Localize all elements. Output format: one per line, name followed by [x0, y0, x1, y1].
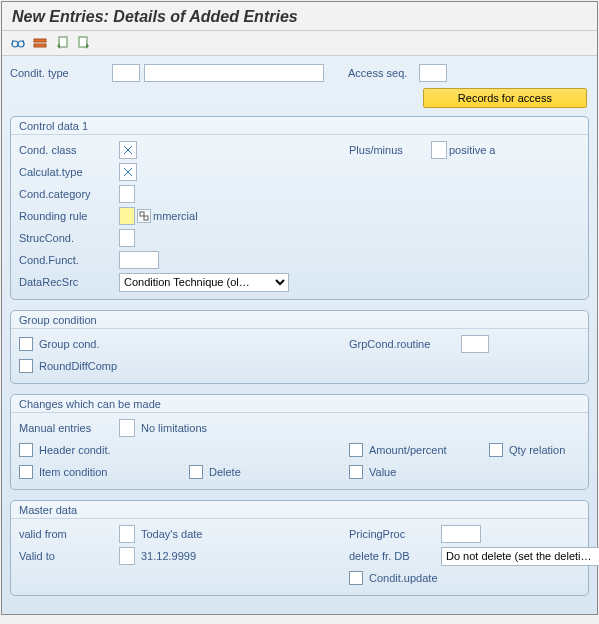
plus-minus-label: Plus/minus: [349, 144, 429, 156]
valid-from-input[interactable]: [119, 525, 135, 543]
round-diff-comp-checkbox[interactable]: [19, 359, 33, 373]
header-condit-checkbox[interactable]: [19, 443, 33, 457]
plus-minus-input[interactable]: [431, 141, 447, 159]
value-label: Value: [369, 466, 396, 478]
cond-category-input[interactable]: [119, 185, 135, 203]
title-bar: New Entries: Details of Added Entries: [2, 2, 597, 31]
header-condit-label: Header condit.: [39, 444, 111, 456]
svg-rect-7: [144, 216, 148, 220]
struccond-label: StrucCond.: [19, 232, 117, 244]
rounding-rule-label: Rounding rule: [19, 210, 117, 222]
rounding-rule-text: mmercial: [153, 210, 198, 222]
valid-from-label: valid from: [19, 528, 117, 540]
group-cond-label: Group cond.: [39, 338, 100, 350]
access-seq-label: Access seq.: [348, 67, 407, 79]
item-condition-checkbox[interactable]: [19, 465, 33, 479]
valid-to-text: 31.12.9999: [141, 550, 196, 562]
previous-entry-icon[interactable]: [54, 35, 70, 51]
amount-percent-checkbox[interactable]: [349, 443, 363, 457]
calculat-type-label: Calculat.type: [19, 166, 117, 178]
delete-fr-db-label: delete fr. DB: [349, 550, 439, 562]
qty-relation-label: Qty relation: [509, 444, 565, 456]
group-cond-checkbox[interactable]: [19, 337, 33, 351]
control-data-1-title: Control data 1: [11, 117, 588, 135]
no-limitations-text: No limitations: [141, 422, 207, 434]
cond-funct-input[interactable]: [119, 251, 159, 269]
cond-class-label: Cond. class: [19, 144, 117, 156]
cond-class-input[interactable]: [119, 141, 137, 159]
records-for-access-button[interactable]: Records for access: [423, 88, 587, 108]
value-checkbox[interactable]: [349, 465, 363, 479]
search-help-icon[interactable]: [137, 209, 151, 223]
condit-type-desc-input[interactable]: [144, 64, 324, 82]
changes-group: Changes which can be made Manual entries…: [10, 394, 589, 490]
round-diff-comp-label: RoundDiffComp: [39, 360, 117, 372]
svg-rect-6: [140, 212, 144, 216]
grpcond-routine-input[interactable]: [461, 335, 489, 353]
plus-minus-text: positive a: [449, 144, 495, 156]
valid-to-input[interactable]: [119, 547, 135, 565]
control-data-1-group: Control data 1 Cond. class Calculat.type: [10, 116, 589, 300]
amount-percent-label: Amount/percent: [369, 444, 447, 456]
manual-entries-input[interactable]: [119, 419, 135, 437]
next-entry-icon[interactable]: [76, 35, 92, 51]
pricing-proc-input[interactable]: [441, 525, 481, 543]
header-inputs: Condit. type Access seq. Records for acc…: [10, 64, 589, 116]
condit-type-label: Condit. type: [10, 67, 108, 79]
svg-rect-3: [34, 44, 46, 47]
svg-rect-2: [34, 39, 46, 42]
valid-from-text: Today's date: [141, 528, 202, 540]
changes-title: Changes which can be made: [11, 395, 588, 413]
calculat-type-input[interactable]: [119, 163, 137, 181]
condit-update-label: Condit.update: [369, 572, 438, 584]
cond-funct-label: Cond.Funct.: [19, 254, 117, 266]
master-data-title: Master data: [11, 501, 588, 519]
delete-label: Delete: [209, 466, 241, 478]
manual-entries-label: Manual entries: [19, 422, 117, 434]
glasses-icon[interactable]: [10, 35, 26, 51]
datarecsrc-label: DataRecSrc: [19, 276, 117, 288]
grpcond-routine-label: GrpCond.routine: [349, 338, 459, 350]
rounding-rule-input[interactable]: [119, 207, 135, 225]
pricing-proc-label: PricingProc: [349, 528, 439, 540]
svg-rect-4: [59, 37, 67, 47]
group-condition-title: Group condition: [11, 311, 588, 329]
datarecsrc-select[interactable]: Condition Technique (ol…: [119, 273, 289, 292]
condit-update-checkbox[interactable]: [349, 571, 363, 585]
master-data-group: Master data valid from Today's date Vali…: [10, 500, 589, 596]
delete-fr-db-select[interactable]: Do not delete (set the deleti…: [441, 547, 599, 566]
content-area: Condit. type Access seq. Records for acc…: [2, 56, 597, 614]
cond-category-label: Cond.category: [19, 188, 117, 200]
toolbar: [2, 31, 597, 56]
struccond-input[interactable]: [119, 229, 135, 247]
group-condition-group: Group condition Group cond. RoundDiffCom…: [10, 310, 589, 384]
valid-to-label: Valid to: [19, 550, 117, 562]
item-condition-label: Item condition: [39, 466, 107, 478]
condit-type-code-input[interactable]: [112, 64, 140, 82]
delete-checkbox[interactable]: [189, 465, 203, 479]
page-title: New Entries: Details of Added Entries: [12, 8, 298, 26]
access-seq-input[interactable]: [419, 64, 447, 82]
sap-window: New Entries: Details of Added Entries Co…: [1, 1, 598, 615]
qty-relation-checkbox[interactable]: [489, 443, 503, 457]
delimit-icon[interactable]: [32, 35, 48, 51]
svg-rect-5: [79, 37, 87, 47]
